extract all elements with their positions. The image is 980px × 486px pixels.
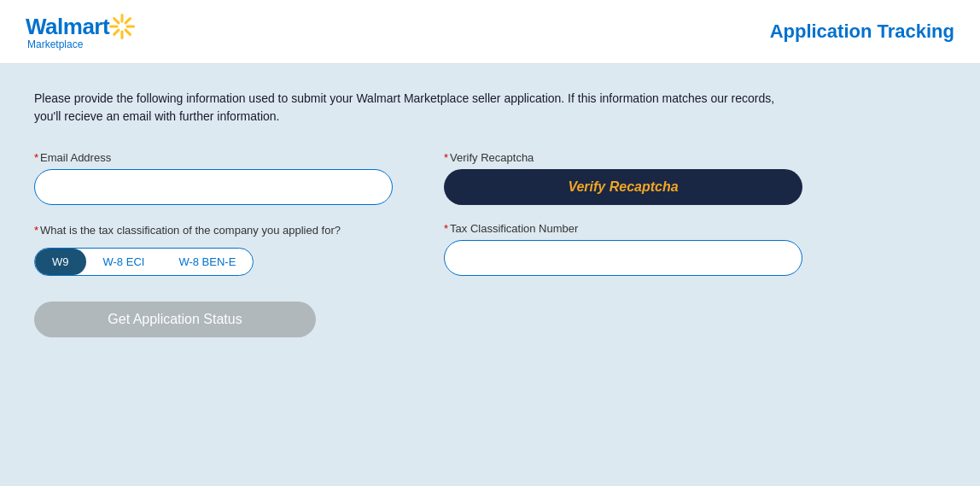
tax-number-group: *Tax Classification Number bbox=[444, 222, 802, 276]
submit-btn-area: Get Application Status bbox=[34, 302, 946, 337]
app-title: Application Tracking bbox=[770, 20, 954, 43]
logo-top: Walmart bbox=[26, 14, 135, 40]
recaptcha-label: *Verify Recaptcha bbox=[444, 151, 802, 164]
toggle-w8eci[interactable]: W-8 ECI bbox=[86, 249, 162, 275]
email-input[interactable] bbox=[34, 169, 393, 205]
svg-line-6 bbox=[125, 19, 130, 23]
form-grid: *Email Address *Verify Recaptcha Verify … bbox=[34, 151, 802, 276]
description-text: Please provide the following information… bbox=[34, 90, 802, 126]
logo-area: Walmart Marketplace bbox=[26, 14, 135, 50]
tax-class-toggle-group: W9 W-8 ECI W-8 BEN-E bbox=[34, 248, 254, 276]
svg-line-5 bbox=[125, 30, 130, 34]
email-required-star: * bbox=[34, 151, 38, 164]
tax-number-input[interactable] bbox=[444, 240, 802, 276]
recaptcha-required-star: * bbox=[444, 151, 448, 164]
email-label: *Email Address bbox=[34, 151, 393, 164]
svg-line-7 bbox=[114, 30, 119, 34]
svg-line-4 bbox=[114, 19, 119, 23]
tax-class-required-star: * bbox=[34, 224, 38, 237]
walmart-logo-text: Walmart bbox=[26, 14, 109, 40]
main-content: Please provide the following information… bbox=[0, 64, 980, 486]
tax-class-label: *What is the tax classification of the c… bbox=[34, 222, 393, 239]
toggle-w8bene[interactable]: W-8 BEN-E bbox=[161, 249, 253, 275]
recaptcha-group: *Verify Recaptcha Verify Recaptcha bbox=[444, 151, 802, 205]
tax-number-label: *Tax Classification Number bbox=[444, 222, 802, 235]
marketplace-label: Marketplace bbox=[27, 38, 83, 50]
get-application-status-button[interactable]: Get Application Status bbox=[34, 302, 316, 337]
toggle-w9[interactable]: W9 bbox=[35, 249, 86, 275]
email-group: *Email Address bbox=[34, 151, 393, 205]
page-header: Walmart Marketplace Application Tracking bbox=[0, 0, 980, 64]
walmart-spark-icon bbox=[109, 14, 135, 39]
recaptcha-button[interactable]: Verify Recaptcha bbox=[444, 169, 802, 205]
tax-class-group: *What is the tax classification of the c… bbox=[34, 222, 393, 276]
tax-number-required-star: * bbox=[444, 222, 448, 235]
